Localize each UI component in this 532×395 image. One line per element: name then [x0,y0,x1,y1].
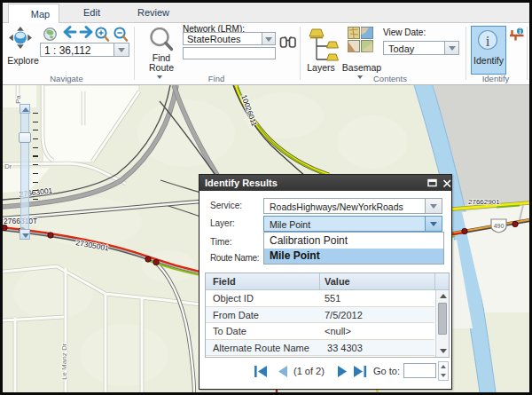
svg-text:i: i [519,28,520,36]
svg-text:27662901: 27662901 [468,198,500,206]
svg-text:490: 490 [494,223,505,229]
svg-text:Pa: Pa [14,95,22,104]
svg-text:i: i [486,33,490,50]
svg-text:Dr: Dr [4,162,12,170]
svg-text:Le Manz Dr: Le Manz Dr [60,343,68,380]
